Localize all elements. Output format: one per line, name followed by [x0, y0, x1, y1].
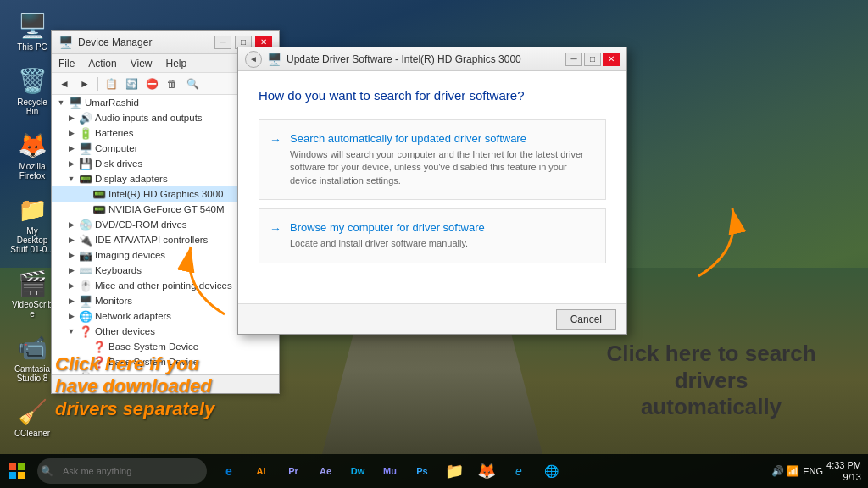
desktop-icon-ccleaner[interactable]: 🧹 CCleaner [7, 393, 58, 441]
intel-hd-icon: 📟 [92, 188, 106, 201]
expand-dvd[interactable]: ▶ [65, 219, 77, 230]
svg-rect-5 [18, 472, 25, 479]
dm-menu-help[interactable]: Help [163, 56, 191, 71]
this-pc-label: This PC [17, 42, 47, 52]
computer-label: Computer [95, 143, 138, 153]
ccleaner-label: CCleaner [14, 429, 50, 438]
taskbar-app-illustrator[interactable]: Ai [246, 456, 276, 486]
ud-option-auto-arrow: → [270, 133, 281, 147]
annotation-right-text: Click here to search drivers automatical… [606, 341, 815, 419]
taskbar-app-folder[interactable]: 📁 [439, 456, 470, 486]
taskbar-app-dreamweaver[interactable]: Dw [342, 456, 373, 486]
taskbar: 🔍 e Ai Pr Ae Dw Mu Ps 📁 🦊 e 🌐 🔊 📶 ENG 4:… [0, 454, 868, 488]
ud-option-browse[interactable]: → Browse my computer for driver software… [259, 208, 606, 263]
imaging-label: Imaging devices [95, 250, 165, 260]
start-button[interactable] [0, 454, 34, 488]
annotation-right: Click here to search drivers automatical… [601, 341, 821, 420]
dm-forward-button[interactable]: ► [75, 75, 94, 92]
expand-monitors[interactable]: ▶ [65, 295, 77, 307]
taskbar-app-photoshop[interactable]: Ps [407, 456, 437, 486]
intel-hd-label: Intel(R) HD Graphics 3000 [108, 189, 224, 199]
dm-uninstall-button[interactable]: 🗑 [163, 75, 181, 92]
ud-option-browse-content: Browse my computer for driver software L… [290, 221, 595, 250]
mice-icon: 🖱️ [79, 280, 92, 292]
desktop: 🖥️ This PC 🗑️ Recycle Bin 🦊 Mozilla Fire… [0, 0, 868, 488]
ud-maximize-button[interactable]: □ [584, 53, 601, 66]
expand-mice[interactable]: ▶ [65, 280, 77, 291]
expand-imaging[interactable]: ▶ [65, 249, 77, 261]
svg-rect-2 [9, 463, 16, 470]
expand-other[interactable]: ▼ [65, 325, 77, 337]
expand-ide[interactable]: ▶ [65, 234, 77, 246]
expand-network[interactable]: ▶ [65, 310, 77, 322]
taskbar-apps: e Ai Pr Ae Dw Mu Ps 📁 🦊 e 🌐 [214, 456, 566, 486]
expand-computer[interactable]: ▶ [65, 142, 77, 154]
expand-batteries[interactable]: ▶ [65, 127, 77, 139]
ud-close-button[interactable]: ✕ [603, 53, 620, 66]
dm-update-button[interactable]: 🔄 [122, 75, 141, 92]
annotation-left: Click here if you have downloaded driver… [55, 353, 233, 420]
expand-display[interactable]: ▼ [65, 173, 77, 185]
dm-menu-action[interactable]: Action [85, 56, 120, 71]
my-desktop-icon: 📁 [17, 194, 47, 225]
recycle-bin-icon: 🗑️ [17, 65, 47, 96]
dm-title-text: Device Manager [78, 36, 214, 48]
ud-back-button[interactable]: ◄ [245, 51, 262, 68]
audio-icon: 🔊 [79, 112, 92, 125]
ud-option-auto-desc: Windows will search your computer and th… [290, 148, 595, 187]
dvd-icon: 💿 [79, 219, 92, 231]
firefox-label: Mozilla Firefox [10, 162, 54, 180]
clock-date: 9/13 [826, 471, 861, 483]
dm-menu-file[interactable]: File [55, 56, 78, 71]
taskbar-app-ie[interactable]: e [504, 456, 534, 486]
my-desktop-label: My Desktop Stuff 01-0... [10, 226, 54, 254]
desktop-icon-this-pc[interactable]: 🖥️ This PC [7, 7, 58, 55]
search-input[interactable] [37, 458, 207, 484]
right-arrow [665, 200, 766, 285]
taskbar-app-firefox[interactable]: 🦊 [471, 456, 502, 486]
ud-minimize-button[interactable]: ─ [565, 53, 582, 66]
batteries-label: Batteries [95, 128, 133, 138]
taskbar-app-network[interactable]: 🌐 [536, 456, 566, 486]
expand-keyboards[interactable]: ▶ [65, 264, 77, 276]
dm-minimize-button[interactable]: ─ [214, 36, 231, 49]
disk-icon: 💾 [79, 158, 92, 170]
network-icon: 🌐 [79, 310, 92, 323]
expand-audio[interactable]: ▶ [65, 112, 77, 124]
expand-root[interactable]: ▼ [55, 97, 67, 108]
audio-label: Audio inputs and outputs [95, 113, 203, 123]
taskbar-app-edge[interactable]: e [214, 456, 244, 486]
dm-scan-button[interactable]: 🔍 [183, 75, 202, 92]
ud-question: How do you want to search for driver sof… [259, 88, 606, 103]
tree-item-base1[interactable]: ❓ Base System Device [52, 339, 279, 354]
desktop-icon-my-desktop[interactable]: 📁 My Desktop Stuff 01-0... [7, 191, 58, 258]
search-area: 🔍 [34, 458, 207, 484]
display-icon: 📟 [79, 173, 92, 186]
imaging-icon: 📷 [79, 249, 92, 262]
dm-disable-button[interactable]: ⛔ [142, 75, 161, 92]
taskbar-app-after-effects[interactable]: Ae [310, 456, 341, 486]
taskbar-tray: 🔊 📶 ENG 4:33 PM 9/13 [771, 459, 868, 484]
dm-menu-view[interactable]: View [127, 56, 156, 71]
desktop-icon-videoscribe[interactable]: 🎬 VideoScribe [7, 264, 58, 322]
system-clock: 4:33 PM 9/13 [826, 459, 861, 484]
desktop-icon-firefox[interactable]: 🦊 Mozilla Firefox [7, 126, 58, 184]
disk-label: Disk drives [95, 158, 142, 169]
dm-properties-button[interactable]: 📋 [102, 75, 120, 92]
camtasia-icon: 📹 [17, 332, 47, 363]
base1-icon: ❓ [92, 341, 106, 353]
other-icon: ❓ [79, 325, 92, 338]
taskbar-app-premiere[interactable]: Pr [278, 456, 309, 486]
videoscribe-icon: 🎬 [17, 268, 47, 298]
taskbar-app-muse[interactable]: Mu [375, 456, 405, 486]
desktop-icon-recycle-bin[interactable]: 🗑️ Recycle Bin [7, 62, 58, 119]
firefox-icon: 🦊 [17, 130, 47, 160]
dm-back-button[interactable]: ◄ [55, 75, 74, 92]
ccleaner-icon: 🧹 [17, 396, 47, 427]
expand-disk[interactable]: ▶ [65, 158, 77, 169]
desktop-icon-camtasia[interactable]: 📹 Camtasia Studio 8 [7, 329, 58, 386]
cancel-button[interactable]: Cancel [556, 309, 616, 330]
ud-option-auto-content: Search automatically for updated driver … [290, 132, 595, 187]
ud-option-auto[interactable]: → Search automatically for updated drive… [259, 119, 606, 200]
other-label: Other devices [95, 326, 155, 336]
